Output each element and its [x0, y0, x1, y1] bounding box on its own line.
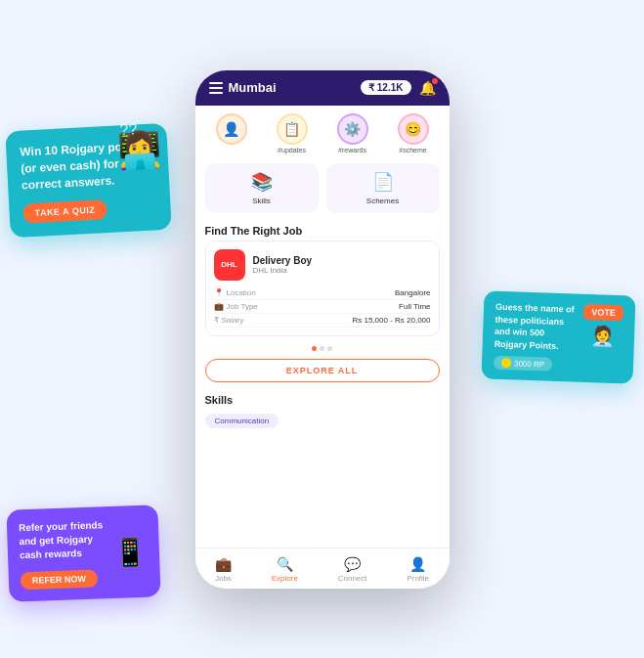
job-details: 📍 Location Bangalore 💼 Job Type Full Tim… — [214, 286, 431, 328]
skills-title: Skills — [205, 394, 440, 406]
salary-label: ₹ Salary — [214, 316, 244, 325]
connect-nav-icon: 💬 — [344, 556, 361, 572]
cat-item-avatar[interactable]: 👤 — [216, 113, 247, 154]
notification-icon[interactable]: 🔔 — [419, 80, 436, 96]
job-title: Delivery Boy — [253, 255, 313, 266]
rupee-icon: ₹ — [368, 82, 374, 93]
vote-points-label: 3000 RP — [514, 359, 544, 369]
carousel-dots — [195, 342, 450, 355]
jobtype-label: 💼 Job Type — [214, 302, 258, 311]
vote-card-title: Guess the name of these politicians and … — [494, 301, 577, 353]
profile-nav-label: Profile — [407, 574, 429, 583]
explore-all-button[interactable]: EXPLORE ALL — [205, 359, 440, 382]
salary-icon: ₹ — [214, 316, 219, 325]
dot-3[interactable] — [327, 346, 332, 351]
schemes-icon: 📄 — [372, 171, 394, 193]
skills-label: Skills — [252, 197, 271, 205]
coin-icon — [501, 358, 511, 368]
scene: Mumbai ₹ 12.1K 🔔 👤 📋 #updates — [0, 0, 644, 658]
vote-badge-row: 3000 RP — [494, 356, 575, 373]
updates-circle: 📋 — [277, 113, 308, 145]
schemes-label: Schemes — [366, 197, 399, 205]
refer-floating-card: Refer your friends and get Rojgary cash … — [6, 504, 160, 601]
job-card: DHL Delivery Boy DHL India 📍 Location Ba… — [205, 241, 440, 336]
dot-1[interactable] — [312, 346, 317, 351]
skill-tag-communication[interactable]: Communication — [205, 414, 279, 428]
header-right: ₹ 12.1K 🔔 — [361, 80, 436, 96]
points-badge[interactable]: ₹ 12.1K — [361, 80, 411, 95]
cat-item-rewards[interactable]: ⚙️ #rewards — [337, 113, 368, 154]
header-left: Mumbai — [209, 80, 277, 95]
vote-floating-card: Guess the name of these politicians and … — [481, 290, 635, 384]
nav-connect[interactable]: 💬 Connect — [338, 556, 367, 583]
scheme-label: #scheme — [399, 147, 426, 154]
city-name: Mumbai — [229, 80, 277, 95]
rewards-label: #rewards — [338, 147, 366, 154]
jobtype-value: Full Time — [399, 302, 430, 311]
cat-item-scheme[interactable]: 😊 #scheme — [398, 113, 429, 154]
take-quiz-button[interactable]: TAKE A QUIZ — [22, 199, 107, 223]
vote-right: VOTE 🧑‍💼 — [582, 304, 623, 348]
job-header: DHL Delivery Boy DHL India — [214, 249, 431, 281]
bottom-nav: 💼 Jobs 🔍 Explore 💬 Connect 👤 Profile — [195, 548, 450, 589]
job-company: DHL India — [253, 266, 313, 275]
quiz-floating-card: Win 10 Rojgary points (or even cash) for… — [5, 123, 171, 239]
cat-item-updates[interactable]: 📋 #updates — [277, 113, 308, 154]
vote-card-inner: Guess the name of these politicians and … — [494, 301, 623, 374]
job-location-row: 📍 Location Bangalore — [214, 286, 431, 300]
nav-profile[interactable]: 👤 Profile — [407, 556, 429, 583]
nav-jobs[interactable]: 💼 Jobs — [215, 556, 232, 583]
job-info: Delivery Boy DHL India — [253, 255, 313, 275]
jobs-nav-icon: 💼 — [215, 556, 232, 572]
refer-illustration: 📱 — [112, 535, 148, 568]
skills-icon: 📚 — [251, 171, 273, 193]
profile-nav-icon: 👤 — [409, 556, 426, 572]
location-value: Bangalore — [395, 288, 430, 297]
points-pill: 3000 RP — [494, 356, 553, 372]
job-type-row: 💼 Job Type Full Time — [214, 300, 431, 314]
job-salary-row: ₹ Salary Rs 15,000 - Rs 20,000 — [214, 314, 431, 328]
refer-card-title: Refer your friends and get Rojgary cash … — [19, 518, 106, 562]
action-skills[interactable]: 📚 Skills — [205, 163, 319, 213]
job-logo: DHL — [214, 249, 245, 281]
phone-header: Mumbai ₹ 12.1K 🔔 — [195, 70, 450, 106]
vote-text-area: Guess the name of these politicians and … — [494, 301, 577, 373]
dot-2[interactable] — [320, 346, 324, 351]
explore-nav-label: Explore — [272, 574, 298, 583]
avatar-circle: 👤 — [216, 113, 247, 145]
scheme-circle: 😊 — [398, 113, 429, 145]
refer-card-inner: Refer your friends and get Rojgary cash … — [19, 517, 149, 591]
salary-value: Rs 15,000 - Rs 20,000 — [352, 316, 430, 325]
explore-nav-icon: 🔍 — [277, 556, 293, 572]
category-row: 👤 📋 #updates ⚙️ #rewards 😊 #scheme — [195, 106, 450, 157]
notification-dot — [432, 78, 438, 84]
phone-shell: Mumbai ₹ 12.1K 🔔 👤 📋 #updates — [195, 70, 450, 589]
question-marks: ?? — [119, 120, 138, 139]
refer-text-area: Refer your friends and get Rojgary cash … — [19, 518, 107, 590]
connect-nav-label: Connect — [338, 574, 367, 583]
rewards-circle: ⚙️ — [337, 113, 368, 145]
jobs-nav-label: Jobs — [215, 574, 232, 583]
politician-illustration: 🧑‍💼 — [590, 324, 616, 348]
job-section-title: Find The Right Job — [195, 219, 450, 241]
location-label: 📍 Location — [214, 288, 256, 297]
points-value: 12.1K — [377, 82, 404, 93]
quick-actions: 📚 Skills 📄 Schemes — [195, 157, 450, 219]
nav-explore[interactable]: 🔍 Explore — [272, 556, 298, 583]
location-icon: 📍 — [214, 288, 224, 297]
updates-label: #updates — [278, 147, 306, 154]
refer-now-button[interactable]: REFER NOW — [21, 570, 99, 591]
action-schemes[interactable]: 📄 Schemes — [326, 163, 440, 213]
vote-badge[interactable]: VOTE — [583, 304, 623, 321]
skills-section: Skills Communication — [195, 388, 450, 434]
hamburger-icon[interactable] — [209, 82, 223, 94]
jobtype-icon: 💼 — [214, 302, 224, 311]
